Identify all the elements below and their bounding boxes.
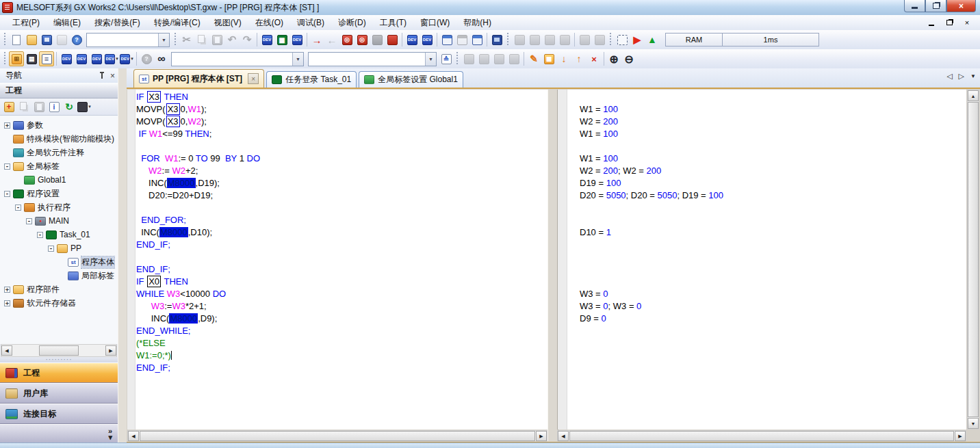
- tree-item-special-module[interactable]: 特殊模块(智能功能模块): [0, 132, 118, 146]
- dropdown-arrow-icon[interactable]: ▾: [88, 104, 91, 109]
- scroll-right-icon[interactable]: ▶: [105, 345, 116, 356]
- scroll-right-icon[interactable]: ▶: [955, 431, 966, 441]
- undo-icon[interactable]: [224, 32, 240, 47]
- toolbar-grip[interactable]: [174, 33, 177, 47]
- find-range-combo[interactable]: ▼: [308, 52, 437, 66]
- word-up-icon[interactable]: [571, 51, 586, 66]
- tree-expander-icon[interactable]: +: [4, 122, 10, 129]
- zoom-in-icon[interactable]: [606, 51, 621, 66]
- tree-item-local-label[interactable]: 局部标签: [0, 269, 118, 282]
- document-tab[interactable]: PP [PRG] 程序本体 [ST]×: [133, 69, 264, 88]
- remote-operation-icon[interactable]: [489, 32, 504, 47]
- tree-item-parameter[interactable]: +参数: [0, 118, 118, 132]
- mdi-minimize-button[interactable]: [927, 18, 936, 27]
- menu-item[interactable]: 工具(T): [373, 15, 413, 31]
- tree-item-device-comment[interactable]: 全局软元件注释: [0, 146, 118, 159]
- tab-scroll-left-icon[interactable]: ◁: [946, 73, 952, 80]
- tree-item-device-memory[interactable]: +软元件存储器: [0, 296, 118, 310]
- local-help-icon[interactable]: [139, 51, 154, 66]
- scroll-right-icon[interactable]: ▶: [536, 431, 547, 441]
- menu-item[interactable]: 在线(O): [248, 15, 290, 31]
- device-memory-search-icon[interactable]: [74, 51, 89, 66]
- new-data-icon[interactable]: [1, 99, 16, 114]
- step-execution-icon[interactable]: [512, 32, 527, 47]
- sort-menu-icon[interactable]: ▾: [77, 99, 92, 114]
- pin-icon[interactable]: [99, 72, 105, 79]
- copy-icon[interactable]: [194, 32, 209, 47]
- scroll-left-icon[interactable]: ◀: [128, 431, 139, 441]
- tree-expander-icon[interactable]: -: [15, 205, 21, 211]
- find-target-combo[interactable]: ▼: [171, 52, 304, 66]
- tree-expander-icon[interactable]: -: [37, 232, 43, 238]
- minimize-button[interactable]: [904, 0, 925, 12]
- tree-expander-icon[interactable]: -: [4, 163, 10, 170]
- print-icon[interactable]: [54, 32, 69, 47]
- toolbar-grip[interactable]: [506, 33, 510, 47]
- tree-item-program-parts[interactable]: +程序部件: [0, 282, 118, 296]
- project-data-combo[interactable]: ▼: [86, 33, 170, 47]
- bookmark-set-icon[interactable]: [526, 51, 541, 66]
- break-set-icon[interactable]: [577, 32, 592, 47]
- combo-dropdown-icon[interactable]: ▼: [292, 53, 303, 66]
- find-binoculars-icon[interactable]: [154, 51, 169, 66]
- nav-more-strip[interactable]: » ▾: [0, 424, 118, 443]
- monitor-stop-icon[interactable]: [354, 32, 370, 47]
- tree-expander-icon[interactable]: -: [48, 246, 54, 252]
- menu-item[interactable]: 窗口(W): [413, 15, 456, 31]
- tree-expander-icon[interactable]: +: [4, 287, 10, 293]
- device-monitor-icon[interactable]: [404, 32, 420, 47]
- program-run-icon[interactable]: [630, 32, 645, 47]
- tree-item-exec-program[interactable]: -执行程序: [0, 200, 118, 214]
- scroll-left-icon[interactable]: ◀: [558, 431, 569, 441]
- skip-execution-icon[interactable]: [527, 32, 542, 47]
- watch-window-icon[interactable]: [439, 51, 454, 66]
- document-tab[interactable]: 全局标签设置 Global1: [359, 71, 463, 88]
- tree-item-task[interactable]: -Task_01: [0, 228, 118, 241]
- menu-item[interactable]: 帮助(H): [456, 15, 498, 31]
- tab-close-icon[interactable]: ×: [248, 73, 259, 84]
- open-window-icon[interactable]: [439, 32, 454, 47]
- tab-list-icon[interactable]: ▼: [970, 73, 976, 80]
- nav-button-user-library[interactable]: 用户库: [0, 383, 118, 404]
- scrollbar-thumb[interactable]: [39, 345, 79, 356]
- dropdown-arrow-icon[interactable]: ▾: [116, 56, 118, 62]
- nav-button-connection[interactable]: 连接目标: [0, 404, 118, 424]
- bookmark-list-icon[interactable]: [541, 51, 556, 66]
- output-window-icon[interactable]: [39, 51, 54, 66]
- vertical-scrollbar[interactable]: ▲ ▼: [967, 90, 979, 430]
- write-plc-icon[interactable]: [309, 32, 324, 47]
- monitor-start-icon[interactable]: [339, 32, 354, 47]
- tree-item-main-program[interactable]: -MAIN: [0, 214, 118, 228]
- tree-expander-icon[interactable]: -: [26, 218, 32, 224]
- panel-resize-grip[interactable]: [0, 357, 118, 363]
- monitor-horizontal-scrollbar[interactable]: ◀ ▶: [557, 430, 966, 442]
- close-button[interactable]: ×: [946, 0, 976, 12]
- declaration-edit-icon[interactable]: [506, 51, 521, 66]
- device-display-toggle-icon[interactable]: ▾: [104, 51, 119, 66]
- toolbar-grip[interactable]: [3, 52, 7, 66]
- open-icon[interactable]: [24, 32, 39, 47]
- menu-item[interactable]: 诊断(D): [331, 15, 373, 31]
- tab-scroll-right-icon[interactable]: ▷: [959, 73, 964, 80]
- device-search-icon[interactable]: ▾: [119, 51, 134, 66]
- menu-item[interactable]: 编辑(E): [47, 15, 88, 31]
- scrollbar-thumb[interactable]: [140, 431, 535, 441]
- tree-item-pou[interactable]: -PP: [0, 241, 118, 255]
- data-property-icon[interactable]: [47, 99, 62, 114]
- cascade-window-icon[interactable]: [469, 32, 485, 47]
- tree-expander-icon[interactable]: +: [4, 300, 10, 306]
- partial-execution-icon[interactable]: [542, 32, 557, 47]
- redo-icon[interactable]: [240, 32, 255, 47]
- refresh-icon[interactable]: [62, 99, 77, 114]
- intelligent-module-icon[interactable]: [24, 51, 39, 66]
- close-window-icon[interactable]: [454, 32, 469, 47]
- dropdown-arrow-icon[interactable]: ▾: [131, 56, 133, 62]
- scroll-down-icon[interactable]: ▼: [968, 418, 979, 429]
- inline-comment-icon[interactable]: [461, 51, 476, 66]
- nav-button-project[interactable]: 工程: [0, 363, 118, 383]
- tree-item-global-label[interactable]: -全局标签: [0, 159, 118, 173]
- scrollbar-thumb[interactable]: [968, 102, 979, 417]
- code-horizontal-scrollbar[interactable]: ◀ ▶: [127, 430, 547, 442]
- toolbar-grip[interactable]: [609, 33, 612, 47]
- read-plc-icon[interactable]: [324, 32, 339, 47]
